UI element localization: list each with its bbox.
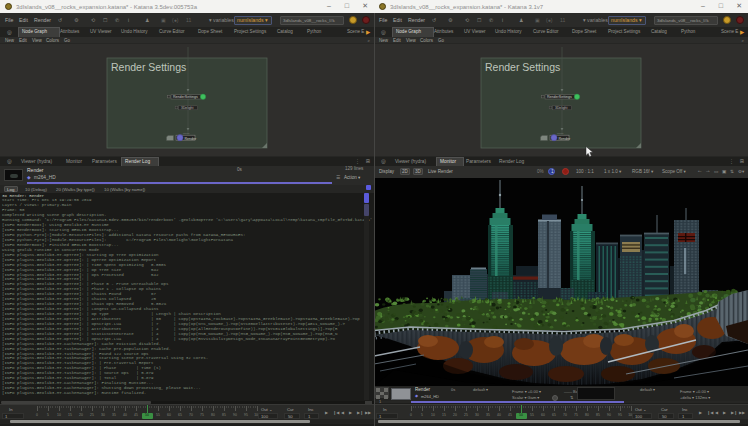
svg-text:RenderSettings: RenderSettings — [547, 95, 572, 99]
svg-text:Render: Render — [185, 137, 198, 141]
svg-text:Render: Render — [559, 137, 572, 141]
svg-text:Render Settings: Render Settings — [485, 61, 560, 73]
svg-text:Render Settings: Render Settings — [111, 61, 186, 73]
svg-text:——: —— — [557, 131, 564, 135]
svg-text:——: —— — [183, 131, 190, 135]
svg-text:3Delight: 3Delight — [555, 106, 567, 110]
svg-text:3Delight: 3Delight — [181, 106, 193, 110]
svg-text:RenderSettings: RenderSettings — [173, 95, 198, 99]
